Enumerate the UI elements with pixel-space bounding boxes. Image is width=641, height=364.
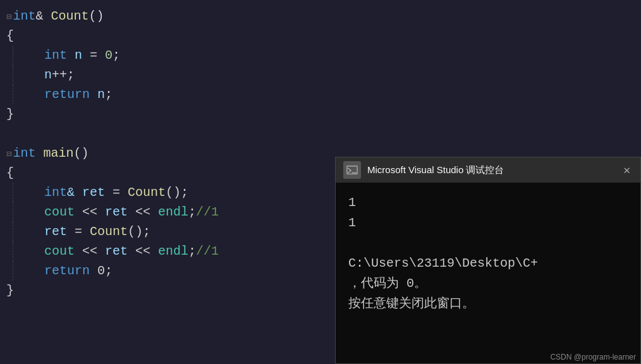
var-n-ret: n [97,85,105,104]
terminal-output-5: 按任意键关闭此窗口。 [348,294,628,314]
kw-int: int [13,6,35,26]
var-n-pp: n [44,65,52,85]
terminal-output-3: C:\Users\23119\Desktop\C+ [348,253,628,274]
kw-int-main: int [13,143,35,163]
amp: & [35,6,51,26]
terminal-output-1: 1 [348,193,628,213]
terminal-title: Microsoft Visual Studio 调试控台 [367,164,621,176]
collapse-main-icon[interactable]: ⊟ [6,148,11,162]
terminal-output-2: 1 [348,213,628,233]
var-n: n [75,46,82,65]
count-line-2: n++; [0,65,641,85]
fn-main: main [43,143,73,163]
kw-return: return [44,85,90,104]
terminal-titlebar: Microsoft Visual Studio 调试控台 ✕ [336,157,640,183]
parens: () [89,6,104,26]
open-brace: { [6,26,14,46]
terminal-window: Microsoft Visual Studio 调试控台 ✕ 1 1 C:\Us… [335,157,641,364]
collapse-count-icon[interactable]: ⊟ [6,11,11,25]
terminal-output-4: ，代码为 0。 [348,274,628,294]
terminal-app-icon [343,161,361,179]
close-brace-count: } [6,104,14,124]
count-signature-line: ⊟int& Count() [0,6,641,26]
num-0: 0 [105,46,113,65]
empty-line-1 [0,124,641,143]
terminal-output-empty [348,233,628,253]
count-close-brace: } [0,104,641,124]
fn-count: Count [51,6,89,26]
terminal-body: 1 1 C:\Users\23119\Desktop\C+ ，代码为 0。 按任… [336,183,640,363]
kw-int-n: int [44,46,67,65]
close-brace-main: } [6,281,14,300]
open-brace-main: { [6,163,14,183]
count-line-1: int n = 0; [0,46,641,65]
terminal-close-button[interactable]: ✕ [621,163,633,177]
watermark: CSDN @program-learner [550,353,636,361]
count-open-brace: { [0,26,641,46]
count-line-3: return n; [0,85,641,104]
